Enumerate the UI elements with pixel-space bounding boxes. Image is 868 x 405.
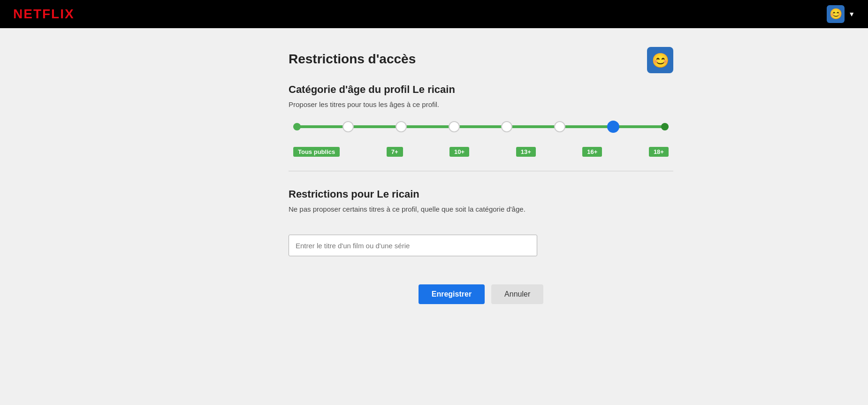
title-search-input[interactable]	[289, 235, 537, 256]
save-button[interactable]: Enregistrer	[419, 284, 485, 304]
age-section-title: Catégorie d'âge du profil Le ricain	[289, 84, 673, 96]
slider-dot-7plus[interactable]	[396, 121, 407, 132]
dropdown-arrow-icon[interactable]: ▼	[848, 10, 855, 18]
slider-dot-start[interactable]	[293, 123, 301, 130]
label-16plus: 16+	[582, 147, 602, 157]
slider-track	[293, 125, 669, 128]
slider-labels: Tous publics 7+ 10+ 13+ 16+ 18+	[293, 147, 669, 157]
slider-dots	[293, 121, 669, 133]
header: NETFLIX 😊 ▼	[0, 0, 868, 28]
restriction-section-description: Ne pas proposer certains titres à ce pro…	[289, 205, 673, 213]
section-divider	[289, 171, 673, 171]
smiley-icon: 😊	[830, 8, 842, 20]
label-10plus: 10+	[449, 147, 469, 157]
main-content: 😊 Restrictions d'accès Catégorie d'âge d…	[176, 28, 692, 332]
age-slider[interactable]: Tous publics 7+ 10+ 13+ 16+ 18+	[289, 125, 673, 157]
slider-dot-end	[661, 123, 669, 130]
age-section: Catégorie d'âge du profil Le ricain Prop…	[289, 84, 673, 157]
label-7plus: 7+	[387, 147, 403, 157]
content-smiley-icon: 😊	[652, 52, 669, 69]
slider-dot-tous-publics[interactable]	[343, 121, 354, 132]
slider-dot-13plus[interactable]	[501, 121, 512, 132]
slider-dot-16plus[interactable]	[554, 121, 565, 132]
restriction-section-title: Restrictions pour Le ricain	[289, 188, 673, 200]
content-profile-avatar[interactable]: 😊	[647, 47, 673, 73]
slider-dot-10plus[interactable]	[449, 121, 460, 132]
action-buttons: Enregistrer Annuler	[289, 284, 673, 304]
netflix-logo: NETFLIX	[13, 7, 75, 22]
profile-avatar-header[interactable]: 😊	[827, 5, 845, 23]
cancel-button[interactable]: Annuler	[491, 284, 543, 304]
slider-dot-18plus[interactable]	[607, 121, 619, 133]
label-18plus: 18+	[649, 147, 669, 157]
page-title: Restrictions d'accès	[289, 52, 673, 67]
label-tous-publics: Tous publics	[293, 147, 340, 157]
restriction-section: Restrictions pour Le ricain Ne pas propo…	[289, 188, 673, 256]
header-right: 😊 ▼	[827, 5, 855, 23]
label-13plus: 13+	[516, 147, 536, 157]
age-section-description: Proposer les titres pour tous les âges à…	[289, 100, 673, 108]
